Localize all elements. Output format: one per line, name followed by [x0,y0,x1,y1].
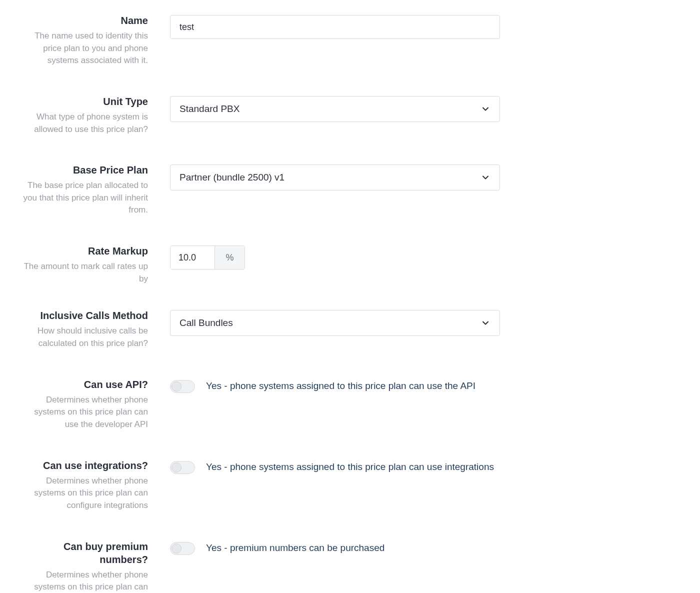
name-input[interactable] [170,15,500,39]
row-name: Name The name used to identity this pric… [20,14,680,67]
rate-markup-input-group: 10.0 % [170,246,245,270]
chevron-down-icon [480,172,490,182]
can-use-integrations-label: Can use integrations? [20,459,148,472]
row-inclusive-calls-method: Inclusive Calls Method How should inclus… [20,309,680,350]
name-help: The name used to identity this price pla… [20,30,148,67]
can-buy-premium-numbers-help: Determines whether phone systems on this… [20,569,148,593]
row-rate-markup: Rate Markup The amount to mark call rate… [20,244,680,285]
inclusive-calls-method-help: How should inclusive calls be calculated… [20,325,148,350]
base-price-plan-select[interactable]: Partner (bundle 2500) v1 [170,164,500,190]
toggle-knob [172,462,182,472]
row-can-buy-premium-numbers: Can buy premium numbers? Determines whet… [20,540,680,593]
rate-markup-unit: % [214,246,244,269]
row-can-use-integrations: Can use integrations? Determines whether… [20,459,680,512]
row-can-use-api: Can use API? Determines whether phone sy… [20,378,680,431]
row-unit-type: Unit Type What type of phone system is a… [20,95,680,136]
chevron-down-icon [480,318,490,328]
toggle-knob [172,544,182,554]
can-use-integrations-help: Determines whether phone systems on this… [20,475,148,512]
unit-type-value: Standard PBX [180,104,240,114]
can-buy-premium-numbers-desc: Yes - premium numbers can be purchased [206,542,384,554]
can-use-api-label: Can use API? [20,378,148,391]
base-price-plan-label: Base Price Plan [20,164,148,176]
rate-markup-input[interactable]: 10.0 [170,246,214,269]
inclusive-calls-method-value: Call Bundles [180,318,233,328]
can-use-integrations-toggle[interactable] [170,461,195,474]
unit-type-label: Unit Type [20,95,148,108]
toggle-knob [172,382,182,392]
unit-type-select[interactable]: Standard PBX [170,96,500,122]
base-price-plan-help: The base price plan allocated to you tha… [20,180,148,216]
price-plan-form: Name The name used to identity this pric… [20,14,680,593]
can-buy-premium-numbers-label: Can buy premium numbers? [20,540,148,566]
can-use-api-toggle[interactable] [170,380,195,393]
rate-markup-help: The amount to mark call rates up by [20,260,148,285]
chevron-down-icon [480,104,490,114]
row-base-price-plan: Base Price Plan The base price plan allo… [20,164,680,216]
can-use-api-help: Determines whether phone systems on this… [20,394,148,431]
inclusive-calls-method-label: Inclusive Calls Method [20,309,148,322]
rate-markup-label: Rate Markup [20,244,148,258]
base-price-plan-value: Partner (bundle 2500) v1 [180,172,284,183]
can-buy-premium-numbers-toggle[interactable] [170,542,195,555]
can-use-integrations-desc: Yes - phone systems assigned to this pri… [206,461,494,474]
inclusive-calls-method-select[interactable]: Call Bundles [170,310,500,336]
name-label: Name [20,14,148,27]
can-use-api-desc: Yes - phone systems assigned to this pri… [206,380,476,392]
unit-type-help: What type of phone system is allowed to … [20,111,148,136]
